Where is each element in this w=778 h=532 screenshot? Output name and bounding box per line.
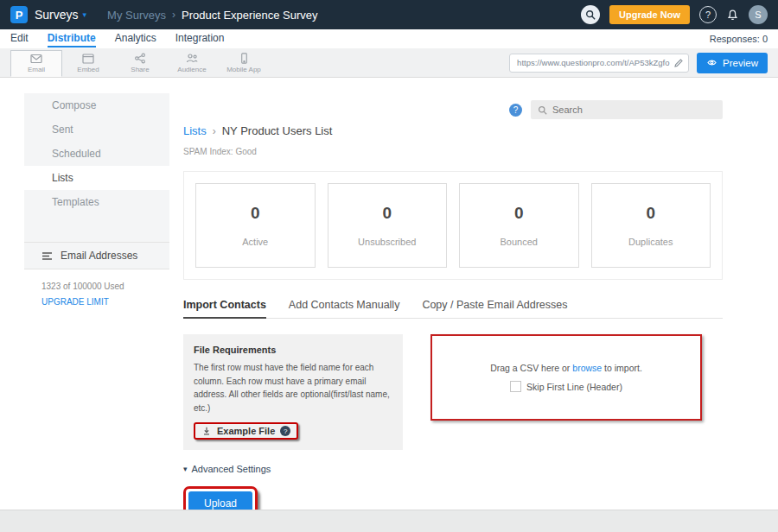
stat-label: Unsubscribed: [358, 237, 416, 247]
tool-embed-label: Embed: [77, 66, 99, 73]
email-addresses-header: Email Addresses: [24, 242, 169, 269]
stat-label: Bounced: [501, 237, 538, 247]
file-requirements-title: File Requirements: [194, 345, 392, 355]
email-sidebar: Compose Sent Scheduled Lists Templates E…: [24, 93, 169, 510]
advanced-settings-label: Advanced Settings: [192, 464, 271, 474]
horizontal-scrollbar[interactable]: [0, 510, 778, 532]
sidebar-item-templates[interactable]: Templates: [24, 190, 169, 214]
tool-audience-label: Audience: [177, 66, 206, 73]
sidebar-spacer: [24, 214, 169, 242]
global-search-button[interactable]: [581, 5, 600, 24]
upgrade-limit-link[interactable]: UPGRADE LIMIT: [24, 291, 169, 307]
survey-nav: Edit Distribute Analytics Integration Re…: [0, 29, 778, 48]
stat-value: 0: [514, 204, 524, 223]
chevron-down-icon: ▾: [183, 465, 188, 473]
chevron-down-icon: ▾: [83, 10, 87, 19]
skip-first-line-checkbox[interactable]: [510, 381, 521, 392]
eye-icon: [706, 58, 717, 67]
page-title: Product Experience Survey: [182, 9, 318, 22]
email-addresses-title: Email Addresses: [61, 250, 137, 262]
breadcrumb: My Surveys › Product Experience Survey: [107, 9, 317, 22]
spam-index: SPAM Index: Good: [183, 147, 723, 156]
top-app-bar: P Surveys ▾ My Surveys › Product Experie…: [0, 0, 778, 29]
browse-link[interactable]: browse: [572, 363, 602, 373]
user-avatar[interactable]: S: [749, 5, 768, 24]
toolbar-right: https://www.questionpro.com/t/AP53kZgfo …: [509, 53, 768, 73]
stat-label: Duplicates: [628, 237, 673, 247]
sidebar-item-compose[interactable]: Compose: [24, 93, 169, 117]
tab-analytics[interactable]: Analytics: [115, 32, 156, 46]
tab-import-contacts[interactable]: Import Contacts: [183, 299, 266, 319]
tab-integration[interactable]: Integration: [175, 32, 225, 46]
stat-card-bounced: 0 Bounced: [459, 183, 579, 268]
stat-card-active: 0 Active: [195, 183, 316, 268]
main-area: Compose Sent Scheduled Lists Templates E…: [24, 93, 754, 510]
list-icon: [41, 251, 53, 261]
content-search-row: ?: [509, 100, 723, 119]
tool-share[interactable]: Share: [114, 50, 166, 77]
lists-link[interactable]: Lists: [183, 124, 207, 137]
topbar-actions: Upgrade Now ? S: [581, 5, 768, 24]
tool-email[interactable]: Email: [10, 50, 62, 77]
spam-index-value: Good: [235, 147, 256, 156]
sidebar-item-scheduled[interactable]: Scheduled: [24, 142, 169, 166]
upgrade-now-button[interactable]: Upgrade Now: [609, 5, 690, 24]
tab-distribute[interactable]: Distribute: [48, 32, 96, 48]
contacts-tabs: Import Contacts Add Contacts Manually Co…: [183, 299, 723, 319]
responses-count: Responses: 0: [710, 32, 768, 44]
tool-audience[interactable]: Audience: [166, 50, 218, 77]
csv-dropzone[interactable]: Drag a CSV here or browse to import. Ski…: [430, 334, 702, 421]
distribution-toolbar: Email Embed Share Audience Mobile App ht…: [0, 48, 778, 78]
sidebar-item-lists[interactable]: Lists: [24, 166, 169, 190]
stat-card-duplicates: 0 Duplicates: [591, 183, 711, 268]
surveys-dropdown[interactable]: Surveys ▾: [35, 8, 86, 22]
tab-edit[interactable]: Edit: [10, 32, 29, 46]
file-requirements-text: The first row must have the field name f…: [194, 361, 392, 415]
contact-search-box[interactable]: [531, 100, 723, 119]
breadcrumb-separator: ›: [213, 125, 216, 137]
survey-url: https://www.questionpro.com/t/AP53kZgfo: [517, 58, 673, 67]
mobile-app-icon: [239, 53, 250, 64]
dropzone-text-after: to import.: [604, 363, 642, 373]
stat-value: 0: [646, 204, 655, 223]
preview-button[interactable]: Preview: [697, 53, 768, 73]
advanced-settings-toggle[interactable]: ▾ Advanced Settings: [183, 464, 723, 474]
tool-email-label: Email: [28, 66, 45, 73]
tool-mobile-app[interactable]: Mobile App: [218, 50, 270, 77]
skip-first-line-row: Skip First Line (Header): [510, 381, 622, 392]
embed-icon: [82, 54, 94, 64]
stat-label: Active: [242, 237, 268, 247]
tab-add-contacts-manually[interactable]: Add Contacts Manually: [289, 299, 400, 318]
search-icon: [585, 10, 596, 20]
tool-mobile-app-label: Mobile App: [226, 66, 261, 73]
notifications-bell-icon[interactable]: [726, 9, 739, 22]
import-section: File Requirements The first row must hav…: [183, 334, 723, 450]
share-icon: [134, 53, 146, 64]
contextual-help-icon[interactable]: ?: [509, 104, 522, 117]
search-icon: [538, 105, 547, 115]
stat-card-unsubscribed: 0 Unsubscribed: [328, 183, 448, 268]
audience-icon: [186, 53, 198, 64]
file-requirements-box: File Requirements The first row must hav…: [183, 334, 403, 450]
surveys-label: Surveys: [35, 8, 79, 22]
tool-share-label: Share: [131, 66, 149, 73]
help-button[interactable]: ?: [699, 6, 717, 23]
breadcrumb-my-surveys[interactable]: My Surveys: [107, 9, 166, 22]
questionpro-logo[interactable]: P: [10, 6, 28, 23]
list-breadcrumb: Lists › NY Product Users List: [183, 124, 723, 137]
tool-embed[interactable]: Embed: [62, 50, 114, 77]
list-name: NY Product Users List: [222, 124, 333, 137]
skip-first-line-label: Skip First Line (Header): [526, 382, 622, 392]
preview-label: Preview: [723, 58, 758, 68]
tab-copy-paste-emails[interactable]: Copy / Paste Email Addresses: [422, 299, 567, 318]
example-file-annotation: Example File ?: [194, 422, 298, 440]
sidebar-item-sent[interactable]: Sent: [24, 117, 169, 142]
list-stats-panel: 0 Active 0 Unsubscribed 0 Bounced 0 Dupl…: [183, 171, 723, 280]
example-file-link[interactable]: Example File: [217, 426, 275, 436]
edit-pencil-icon[interactable]: [673, 58, 684, 68]
search-input[interactable]: [552, 104, 716, 115]
email-usage-count: 1323 of 100000 Used: [24, 269, 169, 291]
stat-value: 0: [382, 204, 392, 223]
survey-url-field[interactable]: https://www.questionpro.com/t/AP53kZgfo: [509, 54, 689, 73]
example-file-help-icon[interactable]: ?: [280, 426, 290, 436]
